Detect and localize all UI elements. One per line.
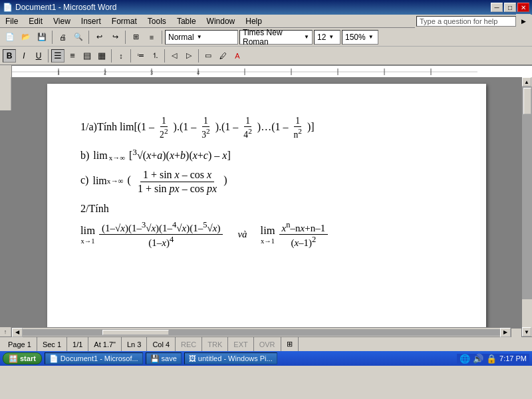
question-placeholder: Type a question for help (420, 17, 497, 25)
bold-button[interactable]: B (3, 49, 16, 63)
vertical-scrollbar: ▲ ▼ (521, 77, 532, 336)
vscroll-thumb[interactable] (523, 88, 531, 114)
maximize-button[interactable]: □ (504, 3, 516, 12)
taskbar-word-icon: 📄 (49, 354, 59, 363)
underline-label: U (36, 51, 42, 61)
vscroll-down-button[interactable]: ▼ (522, 327, 531, 336)
lim-right: lim x→1 (261, 224, 275, 245)
title-bar: 📄 Document1 - Microsoft Word ─ □ ✕ (0, 0, 532, 15)
menu-help[interactable]: Help (240, 15, 267, 27)
font-color-button[interactable]: A (231, 49, 244, 63)
highlight-button[interactable]: 🖊 (216, 49, 229, 63)
style-dropdown[interactable]: Normal ▼ (165, 30, 238, 45)
status-page: Page 1 (3, 337, 37, 351)
italic-button[interactable]: I (17, 49, 31, 63)
main-area: ↑ 1/a)Tính lim[(1 – 1 22 ).(1 – 1 32 (0, 77, 532, 336)
status-col: Col 4 (147, 337, 176, 351)
taskbar-word-app[interactable]: 📄 Document1 - Microsof... (45, 352, 143, 364)
insert-table-button[interactable]: ⊞ (128, 30, 143, 45)
problem-c-line: c) limx→∞ ( 1 + sin x – cos x 1 + sin px… (80, 168, 453, 194)
formula-left: lim x→1 (1–√x)(1–3√x)(1–4√x)(1–5√x) (1–x… (80, 220, 224, 249)
page-label: Page 1 (8, 340, 31, 348)
svg-text:4: 4 (197, 70, 200, 76)
justify-button[interactable]: ▦ (95, 49, 108, 63)
redo-button[interactable]: ↪ (108, 30, 122, 45)
formula-right: lim x→1 xn–nx+n–1 (x–1)2 (261, 220, 330, 249)
trk-label: TRK (207, 340, 222, 348)
status-bar: Page 1 Sec 1 1/1 At 1.7" Ln 3 Col 4 REC … (0, 336, 532, 351)
font-dropdown[interactable]: Times New Roman ▼ (239, 30, 313, 45)
fmt-separator-2 (111, 49, 112, 63)
start-button[interactable]: 🪟 start (3, 352, 42, 364)
decrease-indent-button[interactable]: ◁ (168, 49, 181, 63)
menu-tools[interactable]: Tools (142, 15, 172, 27)
ovr-label: OVR (259, 340, 275, 348)
font-value: Times New Roman (243, 28, 301, 47)
frac-main-left: (1–√x)(1–3√x)(1–4√x)(1–5√x) (1–x)4 (99, 220, 223, 249)
question-input[interactable]: Type a question for help (416, 16, 516, 27)
hscroll-left-button[interactable]: ◀ (12, 328, 23, 337)
frac-c: 1 + sin x – cos x 1 + sin px – cos px (135, 168, 219, 194)
frac-1-n2: 1 n2 (292, 116, 303, 140)
lim-left: lim x→1 (80, 224, 95, 245)
document-scroll[interactable]: 1/a)Tính lim[(1 – 1 22 ).(1 – 1 32 ).(1 … (12, 77, 521, 327)
hscroll-thumb[interactable] (102, 330, 169, 335)
menu-insert[interactable]: Insert (76, 15, 106, 27)
toolbar-separator-2 (88, 31, 89, 44)
rec-label: REC (181, 340, 196, 348)
standard-toolbar: 📄 📂 💾 🖨 🔍 ↩ ↪ ⊞ ≡ Normal ▼ Times New Rom… (0, 28, 532, 47)
menu-edit[interactable]: Edit (23, 15, 48, 27)
zoom-dropdown[interactable]: 150% ▼ (342, 30, 378, 45)
numbering-button[interactable]: ⒈ (148, 49, 162, 63)
menu-bar: File Edit View Insert Format Tools Table… (0, 15, 532, 28)
taskbar-paint-app[interactable]: 🖼 untitled - Windows Pi... (184, 352, 277, 364)
align-center-button[interactable]: ≡ (66, 49, 79, 63)
taskbar: 🪟 start 📄 Document1 - Microsof... 💾 save… (0, 351, 532, 366)
align-left-button[interactable]: ☰ (51, 49, 65, 63)
print-button[interactable]: 🖨 (55, 30, 70, 45)
window-title: Document1 - Microsoft Word (15, 3, 117, 12)
style-dropdown-arrow: ▼ (197, 34, 202, 40)
menu-format[interactable]: Format (106, 15, 142, 27)
volume-icon: 🔊 (473, 354, 483, 364)
open-button[interactable]: 📂 (19, 30, 33, 45)
minimize-button[interactable]: ─ (491, 3, 503, 12)
outside-border-button[interactable]: ▭ (201, 49, 215, 63)
menu-window[interactable]: Window (201, 15, 241, 27)
ruler-svg: 1 2 3 4 (12, 66, 532, 77)
increase-indent-button[interactable]: ▷ (182, 49, 196, 63)
question-go-button[interactable]: ▶ (516, 14, 531, 29)
sec-label: Sec 1 (43, 340, 61, 348)
left-margin: ↑ (0, 77, 12, 336)
align-right-button[interactable]: ▤ (80, 49, 94, 63)
vscroll-up-button[interactable]: ▲ (522, 77, 531, 86)
hscroll-right-button[interactable]: ▶ (500, 328, 511, 337)
taskbar-save-app[interactable]: 💾 save (146, 352, 182, 364)
underline-button[interactable]: U (32, 49, 45, 63)
italic-label: I (23, 51, 25, 61)
ext-label: EXT (233, 340, 247, 348)
macro-icon: ⊞ (287, 340, 293, 348)
scrollbar-corner (511, 328, 521, 337)
status-ext: EXT (228, 337, 253, 351)
save-button[interactable]: 💾 (35, 30, 49, 45)
line-spacing-button[interactable]: ↕ (114, 49, 128, 63)
col-label: Col 4 (152, 340, 170, 348)
close-button[interactable]: ✕ (517, 3, 529, 12)
menu-file[interactable]: File (0, 15, 23, 27)
document[interactable]: 1/a)Tính lim[(1 – 1 22 ).(1 – 1 32 ).(1 … (47, 84, 486, 327)
insert-column-button[interactable]: ≡ (144, 30, 159, 45)
menu-table[interactable]: Table (172, 15, 201, 27)
problem-2-label: 2/Tính (80, 203, 453, 215)
taskbar-save-label: save (162, 354, 177, 362)
system-clock[interactable]: 7:17 PM (499, 354, 527, 362)
ruler-corner (0, 65, 12, 77)
undo-button[interactable]: ↩ (92, 30, 106, 45)
new-button[interactable]: 📄 (3, 30, 17, 45)
bullets-button[interactable]: ≔ (134, 49, 147, 63)
frac-1-4: 1 22 (158, 116, 169, 140)
size-dropdown[interactable]: 12 ▼ (314, 30, 340, 45)
print-preview-button[interactable]: 🔍 (71, 30, 86, 45)
problem-b-line: b) lim x→∞ x→∞ [3√(x+a)(x+b)(x+c) – x] (80, 147, 453, 162)
menu-view[interactable]: View (48, 15, 76, 27)
